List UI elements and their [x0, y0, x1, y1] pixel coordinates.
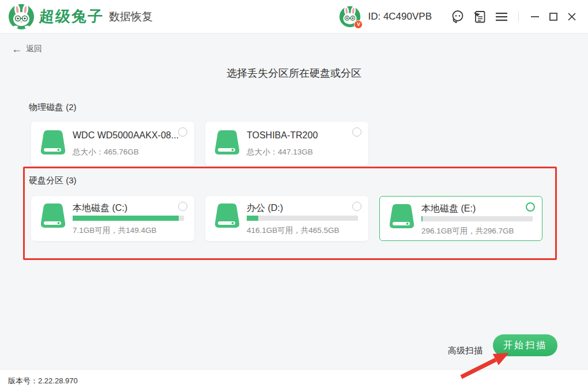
usage-bar-fill — [73, 216, 179, 221]
disk-size: 总大小：465.76GB — [73, 147, 139, 157]
disk-name: WDC WD5000AAKX-08... — [73, 130, 179, 141]
radio-select[interactable] — [352, 127, 361, 137]
partition-card-c[interactable]: 本地磁盘 (C:) 7.1GB可用，共149.4GB — [31, 196, 194, 241]
product-name: 数据恢复 — [109, 9, 153, 24]
back-button[interactable]: ← 返回 — [12, 44, 42, 54]
menu-icon[interactable] — [493, 8, 510, 25]
user-avatar[interactable]: V — [339, 6, 361, 28]
usage-bar-fill — [247, 216, 258, 221]
radio-select[interactable] — [352, 202, 361, 211]
maximize-button[interactable] — [545, 9, 561, 25]
usage-bar-fill — [421, 216, 423, 221]
customer-service-icon[interactable] — [449, 8, 466, 25]
brand-name: 超级兔子 — [39, 6, 104, 27]
start-scan-button[interactable]: 开始扫描 — [493, 334, 557, 356]
partition-name: 本地磁盘 (C:) — [73, 202, 127, 214]
hard-drive-icon — [39, 203, 67, 228]
usage-bar — [247, 216, 358, 221]
advanced-scan-link[interactable]: 高级扫描 — [448, 345, 483, 356]
partition-usage: 7.1GB可用，共149.4GB — [73, 225, 157, 236]
disk-name: TOSHIBA-TR200 — [247, 130, 318, 141]
partition-usage: 296.1GB可用，共296.7GB — [421, 226, 514, 236]
vip-badge: V — [354, 20, 363, 29]
hard-drive-icon — [39, 130, 67, 155]
close-button[interactable] — [564, 9, 580, 25]
partition-usage: 416.1GB可用，共465.5GB — [247, 225, 340, 236]
usage-bar — [73, 216, 184, 221]
feedback-icon[interactable] — [471, 8, 488, 25]
disk-card-toshiba[interactable]: TOSHIBA-TR200 总大小：447.13GB — [205, 122, 368, 165]
version-label: 版本号：2.22.28.970 — [8, 376, 78, 386]
partition-card-e[interactable]: 本地磁盘 (E:) 296.1GB可用，共296.7GB — [379, 196, 542, 241]
partition-card-d[interactable]: 办公 (D:) 416.1GB可用，共465.5GB — [205, 196, 368, 241]
app-logo-rabbit-icon — [8, 3, 35, 30]
physical-disks-label: 物理磁盘 (2) — [29, 102, 77, 113]
usage-bar — [421, 216, 533, 221]
hard-drive-icon — [388, 203, 416, 229]
page-title: 选择丢失分区所在硬盘或分区 — [0, 66, 588, 80]
titlebar-divider — [518, 12, 519, 22]
back-label: 返回 — [26, 44, 42, 54]
minimize-button[interactable] — [527, 9, 543, 25]
footer: 版本号：2.22.28.970 — [0, 369, 588, 392]
partitions-label: 硬盘分区 (3) — [29, 175, 77, 186]
radio-select[interactable] — [526, 202, 535, 212]
title-bar: 超级兔子 数据恢复 V ID: 4C490VP — [0, 0, 588, 33]
disk-size: 总大小：447.13GB — [247, 147, 313, 157]
user-id: ID: 4C490VPB — [368, 11, 432, 22]
back-arrow-icon: ← — [12, 44, 22, 54]
partition-name: 办公 (D:) — [247, 202, 283, 214]
radio-select[interactable] — [178, 127, 187, 137]
partition-name: 本地磁盘 (E:) — [421, 203, 476, 215]
hard-drive-icon — [213, 203, 241, 228]
app-window: 超级兔子 数据恢复 V ID: 4C490VP — [0, 0, 588, 392]
radio-select[interactable] — [178, 202, 187, 211]
hard-drive-icon — [213, 130, 241, 155]
disk-card-wdc[interactable]: WDC WD5000AAKX-08... 总大小：465.76GB — [31, 122, 194, 165]
